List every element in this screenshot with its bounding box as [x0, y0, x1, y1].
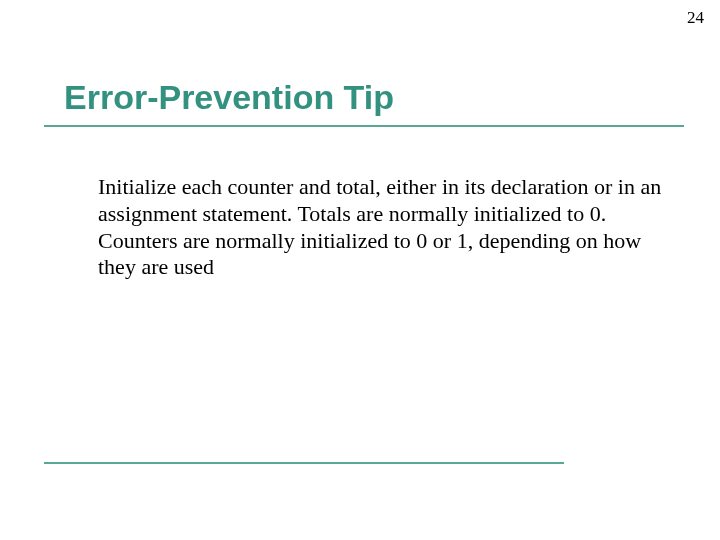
title-underline	[44, 125, 684, 127]
page-number: 24	[687, 8, 704, 28]
bottom-footer-line	[44, 462, 564, 464]
slide-title: Error-Prevention Tip	[64, 78, 394, 117]
body-text: Initialize each counter and total, eithe…	[98, 174, 664, 281]
